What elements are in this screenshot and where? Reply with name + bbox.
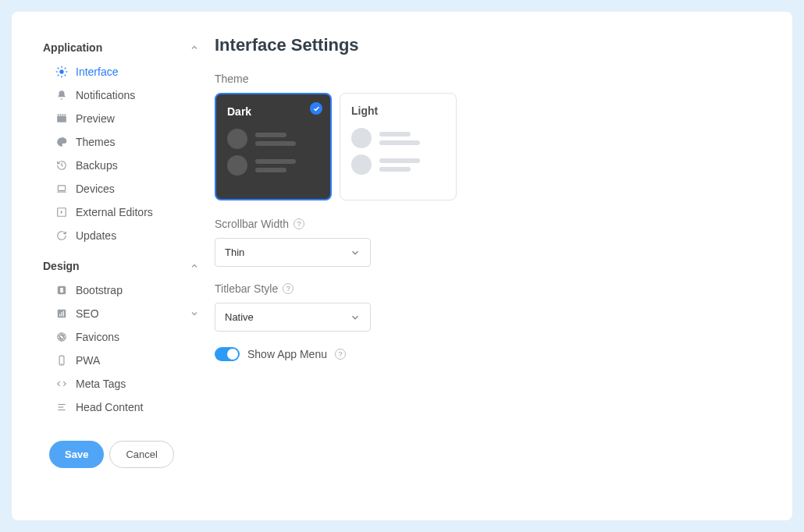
show-app-menu-toggle[interactable] — [215, 347, 240, 361]
theme-name: Light — [351, 105, 445, 117]
chart-icon — [55, 307, 68, 320]
sidebar-item-themes[interactable]: Themes — [43, 130, 199, 154]
sidebar-item-head-content[interactable]: Head Content — [43, 395, 199, 419]
page-title: Interface Settings — [215, 35, 761, 55]
sidebar-item-notifications[interactable]: Notifications — [43, 83, 199, 107]
theme-label: Theme — [215, 73, 761, 85]
sidebar-item-label: Updates — [76, 229, 116, 242]
svg-rect-11 — [60, 114, 62, 115]
sidebar-item-favicons[interactable]: Favicons — [43, 325, 199, 349]
sidebar-item-label: Backups — [76, 159, 118, 172]
chevron-down-icon — [190, 309, 199, 318]
titlebar-style-select[interactable]: Native — [215, 303, 371, 332]
sidebar-item-seo[interactable]: SEO — [43, 302, 199, 325]
chevron-up-icon — [190, 43, 199, 52]
svg-line-3 — [58, 68, 59, 69]
svg-rect-10 — [58, 114, 59, 115]
sidebar-item-label: Themes — [76, 136, 116, 148]
svg-line-4 — [65, 75, 66, 76]
help-icon[interactable]: ? — [283, 283, 293, 294]
svg-rect-9 — [57, 116, 66, 122]
code-icon — [55, 378, 68, 390]
sidebar-item-backups[interactable]: Backups — [43, 154, 199, 177]
sidebar-item-external-editors[interactable]: External Editors — [43, 200, 199, 224]
svg-rect-21 — [63, 311, 64, 317]
sidebar-item-updates[interactable]: Updates — [43, 224, 199, 247]
bootstrap-icon — [55, 284, 68, 296]
scrollbar-width-label: Scrollbar Width ? — [215, 218, 761, 230]
theme-option-dark[interactable]: Dark — [215, 93, 332, 200]
section-title: Application — [43, 41, 102, 54]
film-icon — [55, 112, 68, 125]
theme-option-light[interactable]: Light — [340, 93, 457, 200]
svg-rect-14 — [58, 186, 65, 190]
sidebar-item-label: PWA — [76, 354, 100, 367]
refresh-icon — [55, 229, 68, 242]
aperture-icon — [55, 331, 68, 343]
settings-content: Interface Settings Theme Dark — [199, 35, 761, 497]
sidebar-item-interface[interactable]: Interface — [43, 60, 199, 83]
chevron-up-icon — [190, 261, 199, 271]
sidebar-item-label: SEO — [76, 307, 99, 320]
sidebar-item-label: External Editors — [76, 206, 153, 218]
sidebar-item-pwa[interactable]: PWA — [43, 349, 199, 372]
sidebar-item-bootstrap[interactable]: Bootstrap — [43, 278, 199, 302]
section-title: Design — [43, 260, 80, 272]
sidebar-item-label: Favicons — [76, 331, 119, 343]
sidebar-item-label: Meta Tags — [76, 378, 126, 390]
sidebar-item-label: Devices — [76, 183, 115, 195]
svg-rect-13 — [65, 114, 66, 115]
help-icon[interactable]: ? — [293, 218, 304, 229]
scrollbar-width-select[interactable]: Thin — [215, 238, 371, 267]
chevron-down-icon — [350, 312, 361, 323]
external-icon — [55, 206, 68, 218]
settings-sidebar: Application Interface Notifications — [43, 35, 199, 497]
sidebar-item-label: Notifications — [76, 89, 135, 101]
phone-icon — [55, 354, 68, 367]
sidebar-item-meta-tags[interactable]: Meta Tags — [43, 372, 199, 395]
sun-icon — [55, 66, 68, 78]
select-value: Native — [225, 311, 254, 323]
palette-icon — [55, 136, 68, 148]
show-app-menu-label: Show App Menu — [247, 348, 327, 360]
section-header-application[interactable]: Application — [43, 35, 199, 60]
save-button[interactable]: Save — [49, 441, 104, 468]
check-icon — [310, 102, 322, 115]
sidebar-item-label: Head Content — [76, 401, 143, 413]
theme-name: Dark — [227, 105, 319, 118]
cancel-button[interactable]: Cancel — [109, 441, 173, 468]
select-value: Thin — [225, 246, 244, 258]
svg-rect-19 — [59, 314, 60, 317]
sidebar-item-label: Preview — [76, 112, 115, 125]
bell-icon — [55, 89, 68, 101]
titlebar-style-label: Titlebar Style ? — [215, 282, 761, 295]
sidebar-item-preview[interactable]: Preview — [43, 107, 199, 130]
svg-line-8 — [65, 68, 66, 69]
laptop-icon — [55, 183, 68, 195]
sidebar-item-devices[interactable]: Devices — [43, 177, 199, 200]
sidebar-item-label: Interface — [76, 66, 118, 78]
lines-icon — [55, 401, 68, 413]
svg-line-7 — [58, 75, 59, 76]
section-header-design[interactable]: Design — [43, 254, 199, 278]
sidebar-item-label: Bootstrap — [76, 284, 123, 296]
svg-rect-12 — [62, 114, 64, 115]
svg-rect-20 — [61, 312, 62, 316]
svg-point-0 — [59, 69, 63, 73]
help-icon[interactable]: ? — [335, 349, 346, 360]
chevron-down-icon — [350, 247, 361, 258]
history-icon — [55, 159, 68, 172]
